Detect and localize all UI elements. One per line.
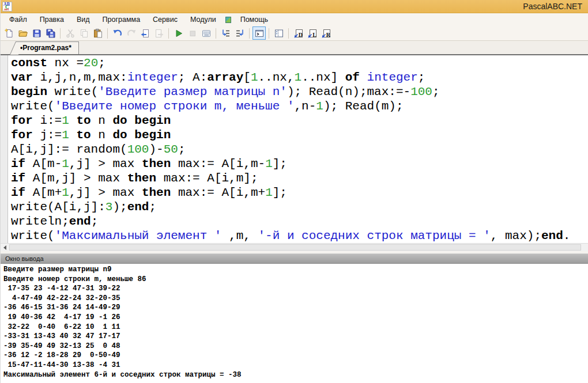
output-line: 17-35 23 -4-12 47-31 39-22	[3, 284, 588, 294]
cut-button[interactable]	[63, 26, 77, 40]
paste-icon	[93, 28, 103, 39]
output-line: -36 46-15 31-36 24 14-49-29	[3, 303, 588, 313]
indent-icon	[221, 28, 231, 39]
run-icon	[174, 28, 184, 39]
logo-text-net: .net	[3, 7, 9, 11]
tab-program2[interactable]: •Program2.pas*	[18, 41, 79, 54]
dock-letter: R	[326, 32, 330, 38]
code-line: A[i,j]:= random(100)-50;	[11, 142, 588, 157]
dock-r-button[interactable]: R	[319, 26, 333, 40]
code-line: for j:=1 to n do begin	[11, 128, 588, 142]
output-line: 19 40-36 42 4-17 19 -1 26	[3, 313, 588, 323]
input-grid-button[interactable]	[199, 26, 213, 40]
output-line: -33-31 13-43 40 32 47 17-17	[3, 332, 588, 342]
output-line: 15-47-11-44-30 13-38 -4 31	[3, 361, 588, 370]
output-line: 32-22 0-40 6-22 10 1 11	[3, 323, 588, 332]
code-line: if A[m,j] > max then max:= A[i,m];	[11, 171, 588, 185]
paste-button[interactable]	[91, 26, 104, 40]
app-logo-icon: AB C .net	[2, 2, 12, 12]
plugin-icon[interactable]	[225, 17, 231, 23]
menu-item-edit[interactable]: Правка	[33, 14, 70, 25]
redo-icon	[126, 28, 137, 39]
code-editor[interactable]: const nx =20;var i,j,n,m,max:integer; A:…	[1, 55, 588, 243]
unindent-icon	[235, 28, 245, 39]
cut-icon	[65, 28, 76, 39]
output-line: Введите номер строки m, меньше 86	[3, 275, 588, 285]
new-icon	[4, 28, 14, 39]
show-output-window-button[interactable]	[252, 26, 266, 40]
pageprev-icon	[140, 28, 150, 39]
output-text[interactable]: Введите размер матрицы n9Введите номер с…	[1, 263, 588, 383]
code-line: writeln;end;	[11, 214, 588, 229]
toolbar-separator	[216, 28, 216, 39]
toolbar-separator	[60, 28, 61, 39]
menu-item-view[interactable]: Вид	[70, 14, 96, 25]
dock-d-button[interactable]: D	[292, 26, 305, 40]
title-bar: AB C .net PascalABC.NET	[1, 0, 588, 13]
toolbar-separator	[288, 28, 289, 39]
hscrollbar-thumb[interactable]	[9, 244, 581, 251]
new-file-button[interactable]	[2, 26, 16, 40]
show-sidebar-button[interactable]	[272, 26, 285, 40]
output-panel-header: Окно вывода	[1, 253, 588, 263]
redo-button[interactable]	[125, 26, 138, 40]
toolbar-separator	[107, 28, 108, 39]
code-line: write('Введите номер строки m, меньше ',…	[11, 99, 588, 113]
code-line: const nx =20;	[11, 56, 588, 70]
open-icon	[18, 28, 28, 39]
unindent-button[interactable]	[233, 26, 246, 40]
code-line: begin write('Введите размер матрицы n');…	[11, 85, 588, 99]
save-icon	[32, 28, 42, 39]
output-line: -36 12 -2 18-28 29 0-50-49	[3, 351, 588, 361]
dock-letter: D	[299, 32, 303, 38]
pagenext-icon	[154, 28, 164, 39]
run-button[interactable]	[172, 26, 185, 40]
dock-l-button[interactable]: L	[306, 26, 319, 40]
code-line: write(A[i,j]:3);end;	[11, 200, 588, 214]
save-button[interactable]	[30, 26, 43, 40]
code-line: if A[m-1,j] > max then max:= A[i,m-1];	[11, 157, 588, 171]
menu-bar: ФайлПравкаВидПрограммаСервисМодулиПомощь	[1, 13, 588, 26]
output-line: Максимальный элемент 6-й и соседних стро…	[3, 370, 588, 380]
menu-item-modules[interactable]: Модули	[184, 14, 223, 25]
stop-icon	[187, 28, 198, 39]
menu-item-file[interactable]: Файл	[3, 14, 33, 25]
menu-item-service[interactable]: Сервис	[146, 14, 184, 25]
tab-bar: •Program2.pas*	[1, 41, 588, 55]
output-panel-title: Окно вывода	[5, 255, 44, 262]
goto-prev-button[interactable]	[138, 26, 152, 40]
dock-letter: L	[312, 32, 316, 38]
toolbar-separator	[249, 28, 250, 39]
stop-button[interactable]	[186, 26, 199, 40]
panel-icon	[274, 28, 284, 39]
tab-label: •Program2.pas*	[20, 44, 71, 52]
menu-item-help[interactable]: Помощь	[234, 14, 274, 25]
code-area[interactable]: const nx =20;var i,j,n,m,max:integer; A:…	[9, 56, 588, 243]
editor-gutter	[1, 55, 8, 243]
toolbar-separator	[269, 28, 269, 39]
window-title: PascalABC.NET	[523, 2, 582, 11]
code-line: if A[m+1,j] > max then max:= A[i,m+1];	[11, 185, 588, 200]
editor-hscrollbar[interactable]	[1, 243, 588, 251]
copy-icon	[79, 28, 89, 39]
undo-icon	[112, 28, 123, 39]
pascalabc-window: AB C .net PascalABC.NET ФайлПравкаВидПро…	[0, 0, 588, 383]
output-line: -39 35-49 49 32-13 25 0 48	[3, 342, 588, 351]
copy-button[interactable]	[77, 26, 91, 40]
console-icon	[254, 28, 265, 39]
scroll-left-arrow-icon[interactable]	[1, 244, 9, 251]
grid-icon	[201, 28, 212, 39]
menu-item-program[interactable]: Программа	[96, 14, 147, 25]
output-line: Введите размер матрицы n9	[3, 265, 588, 275]
save-all-button[interactable]	[44, 26, 57, 40]
code-line: var i,j,n,m,max:integer; A:array[1..nx,1…	[11, 70, 588, 85]
undo-button[interactable]	[111, 26, 124, 40]
toolbar-separator	[168, 28, 169, 39]
indent-button[interactable]	[219, 26, 232, 40]
open-file-button[interactable]	[16, 26, 29, 40]
goto-next-button[interactable]	[152, 26, 165, 40]
toolbar: DLR	[1, 26, 588, 41]
code-line: write('Максимальный элемент ' ,m, '-й и …	[11, 229, 588, 243]
code-line: for i:=1 to n do begin	[11, 113, 588, 128]
saveall-icon	[46, 28, 56, 39]
